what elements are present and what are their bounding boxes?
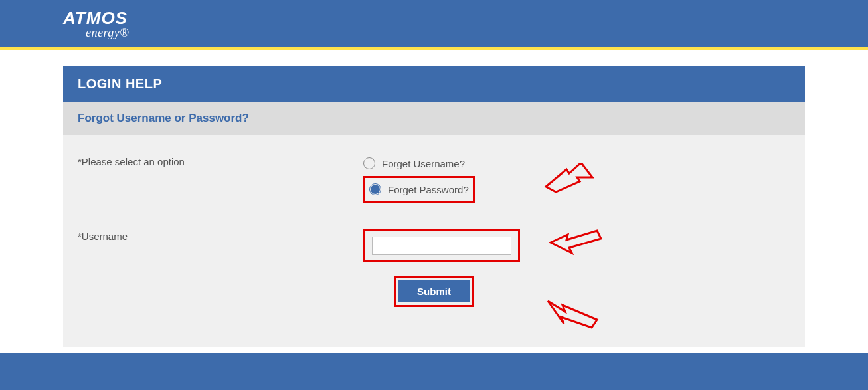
panel-subtitle: Forgot Username or Password? [63, 102, 805, 135]
login-help-panel: LOGIN HELP Forgot Username or Password? … [63, 66, 805, 347]
username-input[interactable] [372, 237, 511, 255]
brand-line1: ATMOS [63, 9, 129, 27]
option-row: *Please select an option Forget Username… [78, 155, 790, 203]
arrow-icon [543, 297, 602, 330]
option-controls: Forget Username? Forget Password? [363, 155, 790, 203]
radio-label-password: Forget Password? [388, 184, 469, 195]
username-label: *Username [78, 229, 363, 262]
content-wrap: LOGIN HELP Forgot Username or Password? … [0, 50, 868, 347]
brand-line2: energy® [86, 27, 129, 39]
highlight-box-submit: Submit [394, 276, 474, 307]
radio-forget-username[interactable]: Forget Username? [363, 155, 790, 172]
username-controls [363, 229, 790, 262]
radio-forget-password[interactable]: Forget Password? [369, 181, 469, 198]
radio-icon [363, 157, 375, 169]
radio-label-username: Forget Username? [382, 158, 465, 169]
header-bar: ATMOS energy® [0, 0, 868, 47]
submit-row: Submit [78, 276, 790, 307]
brand-logo: ATMOS energy® [63, 9, 129, 39]
username-row: *Username [78, 229, 790, 262]
panel-title: LOGIN HELP [63, 66, 805, 102]
radio-icon [369, 183, 381, 195]
submit-button[interactable]: Submit [398, 280, 470, 302]
arrow-icon [549, 228, 602, 258]
footer-bar [0, 353, 868, 390]
option-label: *Please select an option [78, 155, 363, 203]
form-area: *Please select an option Forget Username… [63, 135, 805, 347]
highlight-box-option: Forget Password? [363, 176, 475, 203]
highlight-box-input [363, 229, 520, 262]
